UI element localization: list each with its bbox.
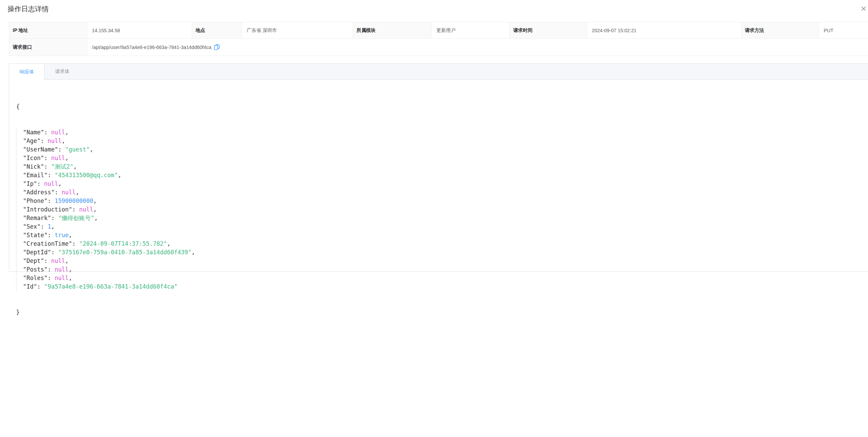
body-tabs-card: 响应体请求体 { "Name": null,"Age": null,"UserN… [9, 63, 868, 272]
details-row-2: 请求接口/api/app/user/9a57a4e8-e196-663a-784… [9, 39, 868, 56]
field-value-4-text: PUT [824, 28, 833, 33]
tab-request-body[interactable]: 请求体 [45, 64, 80, 80]
json-line-Dept: "Dept": null, [23, 257, 861, 265]
field-label-2-text: 所属模块 [356, 27, 376, 34]
field-value-0: 14.155.34.58 [87, 22, 192, 39]
json-line-Posts: "Posts": null, [23, 265, 861, 274]
field-label-1: 地点 [192, 22, 242, 39]
json-line-Introduction: "Introduction": null, [23, 205, 861, 214]
field-value-5-text: /api/app/user/9a57a4e8-e196-663a-7841-3a… [92, 45, 211, 50]
field-label-1-text: 地点 [196, 27, 205, 34]
tab-request-body-label: 请求体 [55, 69, 70, 75]
json-line-Sex: "Sex": 1, [23, 222, 861, 231]
field-label-3-text: 请求时间 [513, 27, 532, 34]
tab-response-body[interactable]: 响应体 [9, 64, 45, 80]
field-label-5-text: 请求接口 [13, 44, 32, 50]
field-value-1-text: 广东省 深圳市 [247, 27, 277, 34]
json-entries: "Name": null,"Age": null,"UserName": "gu… [16, 128, 861, 291]
json-line-CreationTime: "CreationTime": "2024-09-07T14:37:55.782… [23, 240, 861, 248]
field-value-1: 广东省 深圳市 [242, 22, 353, 39]
field-label-4: 请求方法 [741, 22, 819, 39]
page-title: 操作日志详情 [8, 4, 49, 14]
field-label-5: 请求接口 [9, 39, 87, 56]
json-line-Icon: "Icon": null, [23, 154, 861, 162]
field-label-2: 所属模块 [353, 22, 432, 39]
field-value-2-text: 更新用户 [436, 27, 456, 34]
json-close-bracket: } [16, 308, 861, 317]
field-label-3: 请求时间 [510, 22, 587, 39]
json-line-Phone: "Phone": 15900000000, [23, 197, 861, 205]
field-value-0-text: 14.155.34.58 [92, 28, 120, 33]
field-value-2: 更新用户 [432, 22, 510, 39]
field-value-3: 2024-09-07 15:02:21 [587, 22, 741, 39]
json-line-DeptId: "DeptId": "375167e0-759a-0410-7a85-3a14d… [23, 248, 861, 257]
json-line-Age: "Age": null, [23, 137, 861, 145]
copy-icon[interactable] [214, 44, 220, 50]
json-open-bracket: { [16, 102, 861, 111]
details-row-1: IP 地址14.155.34.58地点广东省 深圳市所属模块更新用户请求时间20… [9, 22, 868, 39]
json-line-State: "State": true, [23, 231, 861, 240]
tab-response-body-label: 响应体 [20, 69, 34, 75]
close-icon[interactable]: × [860, 4, 867, 13]
json-line-Ip: "Ip": null, [23, 180, 861, 188]
json-line-Nick: "Nick": "测试2", [23, 162, 861, 171]
json-line-UserName: "UserName": "guest", [23, 145, 861, 154]
json-line-Id: "Id": "9a57a4e8-e196-663a-7841-3a14dd60f… [23, 282, 861, 291]
response-body-panel: { "Name": null,"Age": null,"UserName": "… [9, 80, 868, 334]
field-value-3-text: 2024-09-07 15:02:21 [592, 28, 636, 33]
field-label-0-text: IP 地址 [13, 27, 28, 34]
log-details-table: IP 地址14.155.34.58地点广东省 深圳市所属模块更新用户请求时间20… [9, 22, 868, 56]
json-code-block: { "Name": null,"Age": null,"UserName": "… [16, 85, 861, 334]
field-value-5: /api/app/user/9a57a4e8-e196-663a-7841-3a… [87, 39, 868, 56]
json-line-Email: "Email": "454313500@qq.com", [23, 171, 861, 180]
field-label-4-text: 请求方法 [745, 27, 764, 34]
json-line-Remark: "Remark": "懒得创账号", [23, 214, 861, 222]
field-label-0: IP 地址 [9, 22, 87, 39]
json-line-Roles: "Roles": null, [23, 274, 861, 282]
field-value-4: PUT [819, 22, 868, 39]
tab-bar: 响应体请求体 [9, 64, 868, 80]
json-line-Name: "Name": null, [23, 128, 861, 137]
json-line-Address: "Address": null, [23, 188, 861, 197]
